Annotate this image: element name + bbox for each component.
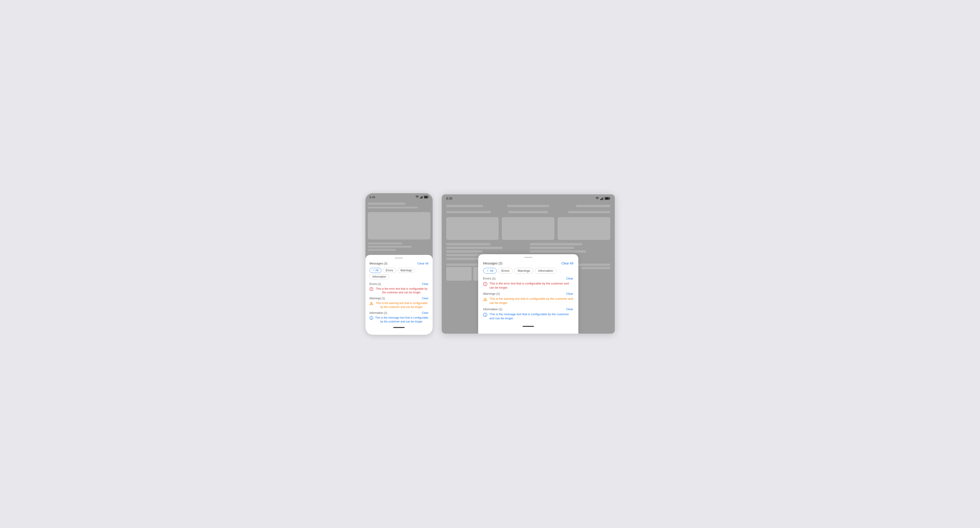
- tablet-info-item: This is the message text that is configu…: [483, 312, 573, 320]
- info-icon: [369, 316, 373, 320]
- svg-point-29: [485, 314, 485, 314]
- phone-errors-header: Errors (1) Clear: [369, 282, 428, 285]
- tablet-card-1: [446, 217, 499, 240]
- phone-chip-information[interactable]: Information: [369, 274, 389, 279]
- phone-info-label: Information (1): [369, 311, 387, 314]
- phone-warnings-clear-button[interactable]: Clear: [422, 297, 428, 300]
- wifi-icon: [415, 196, 419, 198]
- phone-filter-chips: ✓ All Errors Warnings Information: [369, 268, 428, 279]
- tablet-sheet-header: Messages (3) Clear All: [483, 262, 573, 265]
- phone-warnings-label: Warnings (1): [369, 297, 385, 300]
- tablet-mockup: 9:30: [442, 194, 615, 334]
- tablet-info-text: This is the message text that is configu…: [490, 312, 573, 320]
- tablet-chip-errors-label: Errors: [501, 269, 509, 273]
- tablet-errors-clear-button[interactable]: Clear: [566, 277, 573, 280]
- phone-info-section: Information (1) Clear This is the messag…: [369, 311, 428, 323]
- chip-warnings-label: Warnings: [401, 269, 412, 272]
- tablet-errors-label: Errors (1): [483, 277, 496, 280]
- tablet-filter-chips: ✓ All Errors Warnings Information: [483, 268, 573, 274]
- phone-chip-all[interactable]: ✓ All: [369, 268, 382, 273]
- home-indicator: [393, 327, 405, 328]
- phone-errors-clear-button[interactable]: Clear: [422, 282, 428, 285]
- svg-point-14: [371, 317, 372, 317]
- warning-icon: [369, 301, 373, 305]
- svg-rect-21: [605, 198, 609, 199]
- tablet-chip-errors[interactable]: Errors: [498, 268, 513, 274]
- tablet-home-bar: [483, 323, 573, 329]
- tablet-chip-all[interactable]: ✓ All: [483, 268, 496, 274]
- tablet-chip-information[interactable]: Information: [535, 268, 557, 274]
- phone-info-header: Information (1) Clear: [369, 311, 428, 314]
- phone-sheet-title: Messages (3): [369, 262, 388, 265]
- chip-all-label: All: [375, 269, 379, 272]
- phone-warnings-section: Warnings (1) Clear This is the warning t…: [369, 297, 428, 309]
- phone-sheet-header: Messages (3) Clear All: [369, 262, 428, 265]
- phone-error-item: This is the error text that is configura…: [369, 287, 428, 295]
- svg-rect-6: [424, 197, 427, 198]
- phone-errors-label: Errors (1): [369, 282, 381, 285]
- tablet-warnings-clear-button[interactable]: Clear: [566, 292, 573, 295]
- tablet-error-item: This is the error text that is configura…: [483, 282, 573, 290]
- svg-rect-5: [428, 197, 428, 198]
- tablet-clear-all-button[interactable]: Clear All: [561, 262, 573, 265]
- tablet-card-3: [558, 217, 610, 240]
- svg-rect-2: [422, 196, 422, 198]
- chip-errors-label: Errors: [386, 269, 393, 272]
- svg-rect-0: [420, 198, 420, 198]
- tablet-warning-text: This is the warning text that is configu…: [490, 297, 573, 305]
- tablet-info-icon: [483, 313, 487, 317]
- svg-rect-1: [421, 197, 422, 198]
- phone-chip-errors[interactable]: Errors: [383, 268, 396, 273]
- tablet-chip-all-label: All: [490, 269, 493, 273]
- svg-point-26: [485, 300, 485, 301]
- tablet-info-section: Information (1) Clear This is the messag…: [483, 308, 573, 320]
- tablet-warning-icon: [483, 297, 487, 301]
- phone-home-bar: [369, 326, 428, 330]
- svg-rect-3: [423, 196, 423, 198]
- tablet-errors-header: Errors (1) Clear: [483, 277, 573, 280]
- phone-clear-all-button[interactable]: Clear All: [417, 262, 428, 265]
- tablet-info-label: Information (1): [483, 308, 503, 311]
- chip-check-icon: ✓: [372, 269, 375, 272]
- tablet-warnings-section: Warnings (1) Clear This is the warning t…: [483, 292, 573, 305]
- phone-status-icons: [415, 196, 428, 198]
- svg-rect-15: [600, 199, 601, 200]
- sheet-handle: [395, 258, 403, 258]
- svg-point-9: [371, 290, 372, 290]
- chip-information-label: Information: [372, 275, 386, 278]
- tablet-info-clear-button[interactable]: Clear: [566, 308, 573, 311]
- tablet-chip-warnings-label: Warnings: [517, 269, 530, 273]
- tablet-wifi-icon: [595, 197, 599, 200]
- tablet-sheet-handle: [524, 257, 532, 258]
- tablet-chip-warnings[interactable]: Warnings: [514, 268, 533, 274]
- tablet-sheet-title: Messages (3): [483, 262, 503, 265]
- phone-warnings-header: Warnings (1) Clear: [369, 297, 428, 300]
- tablet-card-2: [502, 217, 554, 240]
- svg-point-24: [485, 285, 485, 285]
- tablet-error-icon: [483, 282, 487, 286]
- signal-icon: [420, 196, 423, 198]
- phone-warning-text: This is the warning text that is configu…: [375, 301, 428, 309]
- svg-rect-18: [603, 197, 604, 200]
- phone-chip-warnings[interactable]: Warnings: [398, 268, 415, 273]
- phone-info-clear-button[interactable]: Clear: [422, 311, 428, 314]
- phone-bottom-sheet: Messages (3) Clear All ✓ All Errors Warn…: [366, 255, 433, 335]
- tablet-status-icons: [595, 197, 610, 200]
- svg-rect-17: [602, 198, 603, 200]
- phone-errors-section: Errors (1) Clear This is the error text …: [369, 282, 428, 295]
- tablet-signal-icon: [600, 197, 604, 200]
- tablet-error-text: This is the error text that is configura…: [490, 282, 573, 290]
- tablet-home-indicator: [523, 326, 534, 327]
- phone-warning-item: This is the warning text that is configu…: [369, 301, 428, 309]
- error-icon: [369, 287, 373, 291]
- phone-content-skeleton: [366, 200, 433, 255]
- tablet-card-grid: [446, 217, 610, 240]
- tablet-warnings-label: Warnings (1): [483, 292, 500, 295]
- svg-rect-20: [609, 198, 610, 199]
- phone-status-bar: 9:30: [366, 193, 433, 200]
- phone-time: 9:30: [369, 195, 375, 199]
- tablet-status-bar: 9:30: [442, 194, 615, 201]
- tablet-chip-information-label: Information: [538, 269, 553, 273]
- phone-error-text: This is the error text that is configura…: [375, 287, 428, 295]
- phone-info-text: This is the message text that is configu…: [375, 316, 428, 323]
